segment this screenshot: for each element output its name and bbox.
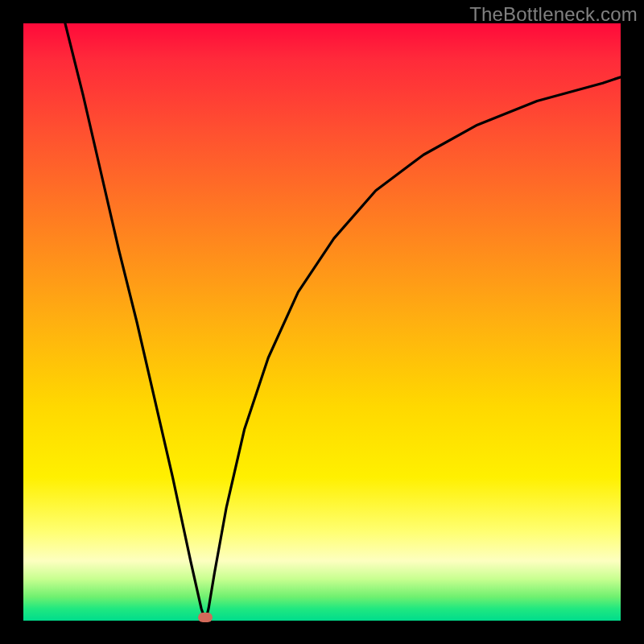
- optimum-marker: [198, 613, 213, 622]
- curve-path: [65, 23, 621, 621]
- plot-area: [23, 23, 621, 621]
- chart-frame: TheBottleneck.com: [0, 0, 644, 644]
- bottleneck-curve: [23, 23, 621, 621]
- watermark-text: TheBottleneck.com: [469, 3, 638, 26]
